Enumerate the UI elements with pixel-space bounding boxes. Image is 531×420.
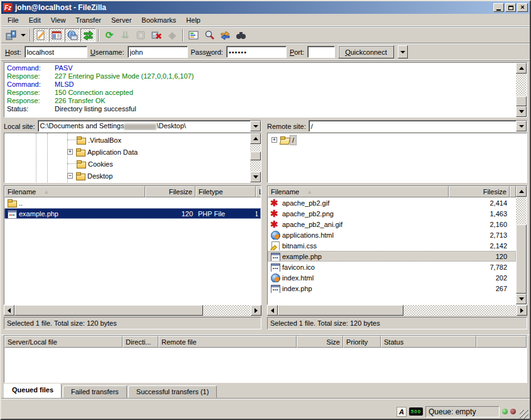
file-row[interactable]: index.html 202 (268, 272, 516, 283)
column-filename[interactable]: Filename▲ (4, 186, 145, 197)
column-filename[interactable]: Filename▲ (268, 186, 449, 197)
synchronized-browsing-button[interactable] (217, 28, 233, 42)
scrollbar-thumb[interactable] (516, 224, 527, 294)
remote-list-body: apache_pb2.gif 2,414 apache_pb2.png 1,46… (268, 197, 516, 304)
cancel-button[interactable]: x (133, 28, 148, 42)
toggle-message-log-button[interactable] (33, 28, 48, 42)
minimize-button[interactable] (493, 3, 504, 12)
file-row-example-php[interactable]: example.php 120 (268, 251, 516, 262)
remote-path-dropdown[interactable] (516, 121, 527, 131)
scrollbar-thumb[interactable] (250, 152, 261, 160)
log-scrollbar[interactable] (516, 63, 527, 117)
queue-splitter[interactable] (1, 329, 530, 335)
file-row[interactable]: bitnami.css 2,142 (268, 240, 516, 251)
remote-site-combobox[interactable]: / (309, 120, 527, 132)
browser-panes: Local site: C:\Documents and Settings\De… (1, 119, 530, 329)
scrollbar-thumb[interactable] (14, 305, 203, 316)
column-size[interactable]: Size (297, 336, 343, 348)
disconnect-button[interactable] (149, 28, 164, 42)
scroll-right-button[interactable] (251, 305, 261, 316)
transfer-type-ascii-icon[interactable]: A (397, 407, 407, 417)
scroll-down-button[interactable] (250, 172, 261, 182)
column-lastmodified[interactable]: L (256, 186, 261, 197)
file-row[interactable]: applications.html 2,713 (268, 229, 516, 240)
column-filesize[interactable]: Filesize (145, 186, 195, 197)
scroll-up-button[interactable] (516, 63, 527, 74)
pane-splitter[interactable] (261, 119, 267, 329)
column-filetype[interactable]: Filetype (195, 186, 256, 197)
host-input[interactable] (25, 46, 87, 58)
password-input[interactable] (226, 46, 287, 58)
menu-server[interactable]: Server (106, 15, 136, 25)
filter-button[interactable] (186, 28, 201, 42)
scroll-down-button[interactable] (516, 294, 527, 304)
local-path-dropdown[interactable] (250, 121, 261, 131)
menu-help[interactable]: Help (181, 15, 205, 25)
speed-limit-indicator-icon[interactable]: 500 (409, 407, 423, 416)
column-status[interactable]: Status (381, 336, 476, 348)
file-row[interactable]: apache_pb2_ani.gif 2,160 (268, 219, 516, 229)
scroll-right-button[interactable] (517, 305, 527, 316)
local-tree-scrollbar[interactable] (250, 133, 261, 182)
quickconnect-dropdown[interactable] (398, 45, 408, 58)
refresh-button[interactable]: ⟳ (102, 28, 117, 42)
parent-directory-row[interactable]: .. (4, 197, 261, 208)
file-row[interactable]: index.php 267 (268, 283, 516, 294)
toggle-local-tree-button[interactable] (49, 28, 64, 42)
maximize-button[interactable] (505, 3, 516, 12)
file-row[interactable]: favicon.ico 7,782 (268, 262, 516, 272)
tab-queued-files[interactable]: Queued files (4, 384, 62, 398)
scroll-up-button[interactable] (516, 186, 527, 197)
arrow-right-icon (520, 308, 526, 313)
column-server-local-file[interactable]: Server/Local file (4, 336, 123, 348)
menu-view[interactable]: View (46, 15, 71, 25)
tree-item-cookies[interactable]: Cookies (4, 158, 250, 170)
site-manager-button[interactable] (3, 28, 18, 42)
scroll-up-button[interactable] (250, 133, 261, 144)
quickconnect-button[interactable]: Quickconnect (338, 45, 394, 58)
username-input[interactable] (128, 46, 188, 58)
column-filesize[interactable]: Filesize (449, 186, 510, 197)
column-remote-file[interactable]: Remote file (158, 336, 297, 348)
process-queue-button[interactable]: ⇊ (118, 28, 133, 42)
tab-successful-transfers[interactable]: Successful transfers (1) (128, 385, 217, 398)
file-row-example-php[interactable]: example.php 120 PHP File 1 (4, 208, 261, 219)
directory-comparison-button[interactable] (202, 28, 217, 42)
expand-icon[interactable]: + (271, 137, 277, 143)
close-button[interactable]: × (517, 3, 528, 12)
site-manager-dropdown[interactable] (19, 28, 27, 42)
scrollbar-thumb[interactable] (278, 305, 403, 316)
column-priority[interactable]: Priority (343, 336, 381, 348)
resize-grip[interactable] (520, 410, 528, 419)
find-files-button[interactable] (233, 28, 248, 42)
remote-horizontal-scrollbar[interactable] (267, 305, 527, 316)
toggle-queue-button[interactable] (80, 28, 96, 42)
scroll-left-button[interactable] (4, 305, 14, 316)
file-row[interactable]: apache_pb2.png 1,463 (268, 208, 516, 219)
log-line: Response:150 Connection accepted (7, 89, 513, 97)
local-tree-body: .VirtualBox + Application Data Cookies (4, 133, 250, 182)
menu-file[interactable]: File (3, 15, 24, 25)
tree-item-root[interactable]: + / (268, 134, 527, 146)
remote-list-scrollbar[interactable] (516, 186, 527, 304)
port-input[interactable] (307, 46, 335, 58)
tree-item-desktop[interactable]: − Desktop (4, 170, 250, 182)
scrollbar-thumb[interactable] (516, 96, 527, 106)
tree-item-application-data[interactable]: + Application Data (4, 146, 250, 158)
local-horizontal-scrollbar[interactable] (4, 305, 261, 316)
toggle-remote-tree-button[interactable] (65, 28, 80, 42)
file-row[interactable]: apache_pb2.gif 2,414 (268, 197, 516, 208)
column-direction[interactable]: Directi... (123, 336, 158, 348)
tab-failed-transfers[interactable]: Failed transfers (63, 385, 127, 398)
menu-bookmarks[interactable]: Bookmarks (136, 15, 181, 25)
scroll-left-button[interactable] (267, 305, 278, 316)
scroll-down-button[interactable] (516, 106, 527, 117)
menu-transfer[interactable]: Transfer (70, 15, 106, 25)
expand-icon[interactable]: + (67, 149, 73, 155)
reconnect-button[interactable]: ◈ (165, 28, 180, 42)
tree-item-virtualbox[interactable]: .VirtualBox (4, 134, 250, 146)
port-label: Port: (290, 48, 304, 56)
local-site-combobox[interactable]: C:\Documents and Settings\Desktop\ (38, 120, 261, 132)
collapse-icon[interactable]: − (67, 173, 73, 179)
menu-edit[interactable]: Edit (24, 15, 46, 25)
